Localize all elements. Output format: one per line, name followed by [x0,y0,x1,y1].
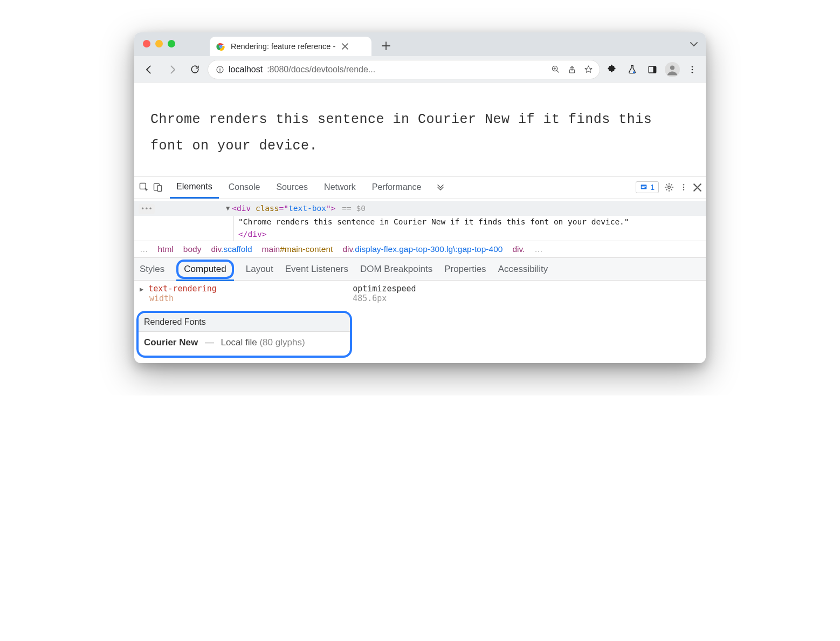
closing-tag: </div> [238,230,266,238]
svg-rect-17 [157,186,162,192]
devtools-tab-performance[interactable]: Performance [366,176,428,199]
devtools-tab-elements[interactable]: Elements [170,176,219,199]
svg-point-13 [692,69,693,70]
prop-text-rendering-value: optimizespeed [353,284,700,294]
close-tab-button[interactable] [341,42,349,51]
new-tab-button[interactable] [377,37,395,55]
expand-triangle-icon[interactable]: ▶ [140,285,143,293]
close-window-button[interactable] [143,40,150,47]
attr-value: text-box [288,204,326,213]
dash-separator: — [205,337,214,347]
browser-tab[interactable]: Rendering: feature reference - [210,37,371,56]
devtools-tabbar: Elements Console Sources Network Perform… [134,176,706,199]
svg-point-22 [683,189,684,190]
tag-name: div [237,204,251,213]
page-content: Chrome renders this sentence in Courier … [134,83,706,176]
browser-toolbar: localhost:8080/docs/devtools/rende... [134,56,706,83]
prop-width[interactable]: width [149,294,174,303]
forward-button[interactable] [162,60,182,79]
svg-rect-18 [641,185,647,189]
profile-avatar[interactable] [665,62,680,77]
svg-rect-10 [653,66,656,73]
tab-strip: Rendering: feature reference - [134,32,706,56]
crumb-trailing-div[interactable]: div. [512,244,525,254]
tabs-dropdown-button[interactable] [690,40,698,49]
rendered-font-glyphs: (80 glyphs) [259,337,305,347]
chrome-icon [216,42,225,51]
elements-tree[interactable]: ••• ▼ <div class="text-box"> == $0 "Chro… [134,199,706,241]
prop-width-value: 485.6px [353,294,700,303]
subtab-dom-breakpoints[interactable]: DOM Breakpoints [360,258,432,281]
svg-point-20 [683,184,684,185]
address-bar[interactable]: localhost:8080/docs/devtools/rende... [208,60,600,79]
crumb-body[interactable]: body [183,244,202,254]
svg-point-21 [683,187,684,188]
svg-point-14 [692,71,693,73]
elements-ellipsis[interactable]: ••• [139,204,155,214]
issues-count: 1 [650,183,655,192]
svg-point-11 [670,65,674,70]
rendered-fonts-section: Rendered Fonts Courier New — Local file … [136,311,352,358]
svg-point-12 [692,66,693,67]
crumb-div-scaffold[interactable]: div.scaffold [211,244,252,254]
collapse-triangle-icon[interactable]: ▼ [226,203,230,214]
prop-text-rendering[interactable]: text-rendering [148,284,216,294]
address-host: localhost [229,65,263,74]
tab-title: Rendering: feature reference - [231,42,335,51]
inspect-icon[interactable] [139,182,149,193]
subtab-properties[interactable]: Properties [444,258,486,281]
labs-icon[interactable] [624,62,640,78]
devtools-tab-console[interactable]: Console [222,176,267,199]
share-icon[interactable] [568,65,576,74]
window-controls [143,40,175,47]
page-text: Chrome renders this sentence in Courier … [150,107,690,160]
rendered-fonts-body: Courier New — Local file (80 glyphs) [139,332,350,356]
crumb-html[interactable]: html [158,244,174,254]
dom-breadcrumb[interactable]: … html body div.scaffold main#main-conte… [134,241,706,258]
crumb-dots-right[interactable]: … [534,244,543,254]
back-button[interactable] [140,60,159,79]
extensions-icon[interactable] [603,62,619,78]
reload-button[interactable] [185,60,204,79]
tag-open-bracket: < [232,204,237,213]
highlight-computed: Computed [176,260,233,279]
more-tabs-icon[interactable] [435,182,446,193]
zoom-icon[interactable] [551,65,560,74]
tag-close-bracket: > [331,204,336,213]
side-panel-icon[interactable] [644,62,660,78]
devtools-tab-sources[interactable]: Sources [270,176,314,199]
minimize-window-button[interactable] [155,40,163,47]
svg-point-19 [668,186,671,189]
rendered-font-name: Courier New [144,337,198,347]
computed-properties: ▶ text-rendering optimizespeed width 485… [134,281,706,305]
devtools-tab-network[interactable]: Network [318,176,362,199]
attr-name: class [256,204,279,213]
site-info-icon[interactable] [216,65,224,74]
settings-gear-icon[interactable] [664,182,674,192]
issues-badge[interactable]: 1 [636,181,659,193]
subtab-styles[interactable]: Styles [140,258,164,281]
rendered-font-source: Local file [221,337,257,347]
browser-window: Rendering: feature reference - localhost… [134,32,706,363]
rendered-fonts-header: Rendered Fonts [139,313,350,332]
svg-point-8 [632,71,635,73]
subtab-computed[interactable]: Computed [176,258,233,281]
devtools-menu-icon[interactable] [679,183,688,192]
crumb-main[interactable]: main#main-content [262,244,333,254]
chrome-menu-icon[interactable] [684,62,700,78]
bookmark-star-icon[interactable] [584,65,593,74]
subtab-layout[interactable]: Layout [246,258,273,281]
devtools-panel: Elements Console Sources Network Perform… [134,176,706,358]
crumb-div-flex[interactable]: div.display-flex.gap-top-300.lg\:gap-top… [342,244,502,254]
devtools-close-icon[interactable] [693,183,701,192]
element-text-node[interactable]: "Chrome renders this sentence in Courier… [238,216,706,228]
maximize-window-button[interactable] [168,40,175,47]
svg-point-5 [219,67,221,69]
styles-subtabs: Styles Computed Layout Event Listeners D… [134,258,706,281]
crumb-dots-left[interactable]: … [140,244,148,254]
subtab-event-listeners[interactable]: Event Listeners [285,258,348,281]
subtab-accessibility[interactable]: Accessibility [498,258,548,281]
svg-point-3 [220,45,222,47]
device-toggle-icon[interactable] [153,182,163,193]
address-path: :8080/docs/devtools/rende... [267,65,375,74]
